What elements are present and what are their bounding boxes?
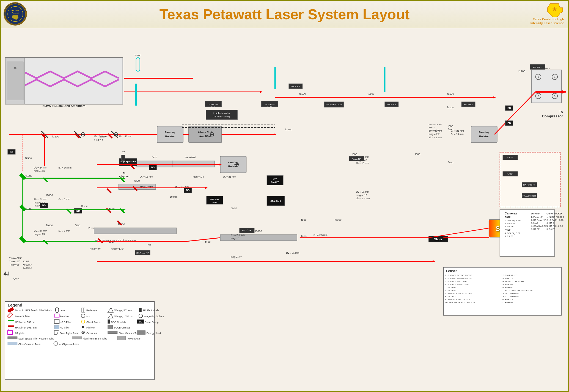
svg-text:4: 4 (554, 76, 556, 78)
rmax-94: Rmax=94° (90, 247, 101, 250)
lens-19: 19. f100 Achromat (501, 295, 519, 298)
cameras-sca640-2: 2. RA Retro NF (531, 219, 546, 221)
d46-right3: Øₛ = 46 mm (428, 136, 442, 139)
ra-retro-ff: RA Retro FF (523, 184, 535, 186)
lens-7: 7. PXF-50.8-258.4-UV-1064 (445, 292, 472, 295)
d-24-3: Ø₁ = 24 mm (34, 230, 47, 232)
to-compressor-label-2: Compressor (542, 114, 563, 118)
f1100-top-2: f1100 (368, 92, 375, 95)
f1500-lower: f1500 (26, 174, 32, 177)
texas-center-label: Texas Center for High Intensity Laser Sc… (530, 17, 564, 25)
f750-label: f750 (448, 161, 453, 164)
lens-14: 14. TPW0071 lab01-04 (501, 280, 524, 283)
d-8-1: Øₛ = 8 mm (58, 198, 70, 201)
lens-1: 1. PLCX-50.8-515.1 UV532 (445, 274, 472, 277)
svg-line-155 (428, 228, 489, 238)
svg-rect-96 (66, 208, 72, 214)
svg-rect-127 (108, 325, 110, 329)
4j-label: 4J (4, 270, 10, 277)
svg-point-0 (5, 4, 26, 24)
lens-13: 13. KBX178 (501, 277, 513, 280)
lens-10: 10. KBX 178 / KPX 118 or 119 (445, 301, 475, 304)
ma-ph-3: MA PH 3 (464, 103, 473, 106)
d-25-1: Ø₁ = 2.5 mm (231, 234, 245, 236)
svg-text:★: ★ (552, 7, 557, 12)
f500-upper: f500 (448, 125, 453, 128)
svg-rect-136 (137, 331, 145, 335)
svg-marker-23 (123, 209, 126, 211)
legend-spatial-filter: Steel Spatial Filter Vacuum Tube (18, 337, 54, 340)
rmax-175: Rmax=175° (111, 247, 124, 250)
cameras-sca640-4: 4. OPA Stg 3 FF (531, 225, 547, 227)
cameras-a600-1: 4. OPA Stg 3 FF (505, 232, 521, 234)
lens-12: 12. CVI PXF, 2" (501, 274, 516, 277)
svg-rect-138 (72, 337, 82, 339)
lens-8: 8. KPX112 (445, 295, 456, 298)
f250-label: f250 (75, 224, 80, 227)
tmax-25: Tmax=25° (9, 263, 21, 266)
cameras-generic-4: 4. MA PH 1,2,3,4 (546, 225, 563, 227)
f63-label: f63 (147, 243, 151, 246)
legend-hr1057: HR Mirror, 1057 nm (15, 326, 37, 329)
svg-marker-149 (205, 187, 208, 189)
lens-18: 18. f300 Achromat (501, 292, 519, 295)
pinhole-spacing: 16 mm spacing (213, 115, 230, 118)
cameras-a312f-1: 1. OPA Stg 3 NF (505, 219, 521, 222)
plus-800mj: +800mJ (23, 263, 32, 266)
f1100-top-1: f1100 (299, 92, 306, 95)
lens-16: 16. KPX085 (501, 286, 513, 289)
legend-integrating-sphere: Integrating Sphere (144, 315, 164, 318)
opaspec-ratio: ratio (213, 201, 217, 204)
opaspec-label: OPASpec (210, 198, 219, 201)
10mm-2: 10 mm (87, 227, 95, 230)
ma-ph-2: MA PH 2 (291, 85, 300, 88)
bd-label-1: BD (10, 151, 13, 153)
cameras-box-title: Cameras (505, 212, 517, 215)
svg-rect-46 (531, 70, 562, 103)
svg-rect-97 (43, 239, 48, 245)
f1000-lower: f1000 (46, 224, 53, 227)
legend-power: Power Meter (127, 337, 141, 340)
f100-2-label: f100 (301, 235, 307, 238)
ra-nf-label: RA NF (507, 173, 513, 175)
f1100-mid-1: f1100 (285, 128, 292, 131)
10mm-3: 10 mm (170, 195, 177, 198)
d-16-1: Øₛ = 16 mm (58, 166, 72, 169)
rod-amplifier-sublabel: Amplifier (199, 135, 211, 138)
polarizer-rotation: rotation (428, 126, 435, 128)
d-24-2: Ø₁ = 24 mm (34, 198, 47, 201)
slicer-label: Slicer (434, 238, 442, 241)
cameras-sca640-5: 5. RA FF (531, 228, 540, 230)
cameras-a312f-3: 3. RA NF (505, 225, 513, 228)
f300-mid: f300 (352, 153, 358, 156)
mag13: mag = .13 (356, 194, 367, 197)
f2000-label: f2000 (335, 218, 342, 221)
legend-pd: PD Photodiode (143, 309, 159, 312)
mag-33-1: mag = .33 (34, 201, 45, 204)
legend-objective: 4x Objective Lens (59, 343, 79, 346)
legend-wedge1057: Wedge, 1057 nm (114, 315, 133, 318)
crosshair-2 (81, 132, 85, 137)
lens-3: 3. PLCX-50.8-772.6-C (445, 280, 467, 283)
laser-diagram: BD NOVA 31.5 cm Disk Amplifiers f4300 f1… (1, 28, 568, 392)
ra-retro-nf: RA Retro NF (136, 252, 149, 254)
svg-rect-137 (8, 337, 17, 339)
opa-stg3-label: OPA Stg 3 (270, 200, 281, 202)
pct-70r-label: 70%R (13, 277, 20, 280)
svg-text:1: 1 (538, 76, 539, 78)
legend-dichroic: Dichroic: REF face λ, TRAN rim λ (15, 309, 52, 312)
faraday-rotator-1-sublabel: Rotator (165, 135, 175, 138)
legend-bd: Beam Dump (145, 321, 158, 324)
cameras-sca640-1: 1. Pump NF (531, 216, 543, 218)
ra-wavefront: RA Wavefront (523, 195, 536, 197)
nova-label: NOVA 31.5 cm Disk Amplifiers (42, 104, 85, 107)
tmax-40: Tmax=40° (185, 156, 196, 159)
ra-ph-ccd-1: -Z RA PH (209, 103, 218, 106)
polarizer-propagation: propagation (428, 129, 439, 131)
d-21-1: Øₛ = 21 mm (223, 175, 236, 178)
f1100-top-4: f1100 (518, 70, 525, 73)
svg-rect-37 (206, 110, 238, 120)
header: The Texas Petawatt Texas Petawatt Laser … (1, 1, 568, 28)
svg-marker-10 (260, 91, 263, 93)
legend-halfwave: λ/2 plate (15, 332, 24, 335)
